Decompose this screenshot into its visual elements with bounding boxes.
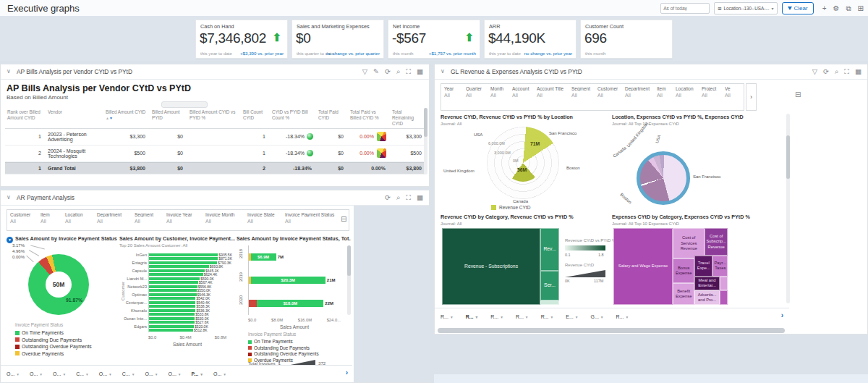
legend-item[interactable]: Outstanding Due Payments <box>248 345 319 352</box>
filter-dropdown[interactable]: Item All <box>657 86 676 108</box>
filter-dropdown[interactable]: Department All <box>625 86 657 108</box>
column-header[interactable]: Bill Count CYtD <box>241 108 270 128</box>
scrollbar-thumb[interactable] <box>347 245 351 276</box>
filter-dropdown[interactable]: Item All <box>41 212 65 228</box>
settings-icon[interactable]: ⚙ <box>833 3 840 14</box>
column-header[interactable]: Total Remaining CYtD <box>390 108 426 128</box>
gl-horizontal-scrollbar[interactable] <box>438 328 785 333</box>
refresh-icon[interactable]: ⟳ <box>385 67 391 76</box>
treemap-cell[interactable]: Advertis... and Pro... <box>694 290 720 305</box>
filter-dropdown[interactable]: Customer All <box>10 212 41 228</box>
sheet-tab[interactable]: R... ▾ <box>516 314 528 319</box>
chart-scrollbar[interactable] <box>347 245 351 315</box>
grand-total-row[interactable]: 1 Grand Total $3,800 $0 2 -18.34% $0 0.0… <box>5 162 426 174</box>
legend-item[interactable]: Overdue Payments <box>15 350 92 358</box>
segment-ontime[interactable]: $18.0M <box>257 300 323 307</box>
filter-panel-icon[interactable]: ⊟ <box>341 215 346 223</box>
treemap-cell[interactable]: Meal and Entertai... <box>694 277 720 290</box>
menu-icon[interactable]: ▦ <box>417 67 423 76</box>
filter-icon[interactable]: ▽ <box>362 67 367 76</box>
treemap-cell[interactable]: Travel Expe... <box>694 256 712 277</box>
treemap-cell[interactable]: Rev... <box>540 228 559 271</box>
location-filter-dropdown[interactable]: ⊞ Location--130--USA-... ▾ <box>714 2 777 14</box>
treemap-cell[interactable]: Payr... Taxes <box>712 256 728 277</box>
bar[interactable] <box>149 281 198 284</box>
segment-outstanding[interactable] <box>249 300 257 307</box>
collapse-chevron-icon[interactable]: ∨ <box>441 68 445 75</box>
treemap-cell[interactable]: Salary and Wage Expense <box>613 228 673 305</box>
filter-dropdown[interactable]: Month All <box>490 86 512 108</box>
filter-dropdown[interactable]: Quarter All <box>466 86 490 108</box>
kpi-tile[interactable]: Customer Count 696 this month <box>580 20 673 59</box>
column-header[interactable]: CYtD vs PYtD Bill Count % <box>270 108 316 128</box>
filter-dropdown[interactable]: Project All <box>702 86 725 108</box>
bar[interactable] <box>149 309 195 312</box>
sheet-tab[interactable]: C... ▾ <box>76 371 88 376</box>
expand-icon[interactable]: ⛶ <box>406 193 411 202</box>
column-header[interactable]: Vendor <box>46 108 103 128</box>
treemap-cell[interactable] <box>720 277 728 290</box>
sheet-tab[interactable]: G... ▾ <box>591 314 603 319</box>
legend-item[interactable]: Outstanding Overdue Payments <box>15 343 92 350</box>
legend-item[interactable]: Outstanding Due Payments <box>15 337 92 344</box>
treemap-cell[interactable]: Cost of Services Revenue <box>673 228 705 258</box>
menu-icon[interactable]: ▦ <box>417 193 423 202</box>
search-input[interactable] <box>660 3 710 14</box>
sheet-tab[interactable]: O... ▾ <box>53 371 65 376</box>
sheet-tab[interactable]: R... ▾ <box>466 314 478 319</box>
table-scrollbar[interactable] <box>424 108 427 174</box>
bar[interactable] <box>149 297 195 300</box>
collapse-chevron-icon[interactable]: ∨ <box>7 194 11 201</box>
share-icon[interactable]: ⧉ <box>846 3 851 14</box>
sheet-tab[interactable]: C... ▾ <box>122 371 135 376</box>
scrollbar-thumb[interactable] <box>424 108 427 137</box>
bar[interactable] <box>149 265 209 268</box>
treemap-cell[interactable] <box>720 290 728 305</box>
filter-dropdown[interactable]: Invoice Year All <box>166 212 205 228</box>
bar[interactable] <box>149 293 197 296</box>
bar[interactable] <box>149 321 195 324</box>
treemap-cell[interactable] <box>540 300 559 305</box>
sheet-tab[interactable]: O... ▾ <box>213 371 226 376</box>
refresh-icon[interactable]: ⟳ <box>385 193 391 202</box>
search-icon[interactable]: ⌕ <box>835 67 838 76</box>
table-row[interactable]: 1 20023 - Peterson Advertising $3,300 $0… <box>5 129 426 146</box>
bar[interactable] <box>149 285 197 288</box>
sheet-tab[interactable]: R... ▾ <box>490 314 503 319</box>
kpi-tile[interactable]: Net Income -$567 ⬆ this month +$1,757 vs… <box>388 20 480 59</box>
bar[interactable] <box>149 313 195 316</box>
treemap-cell[interactable]: Bonus Expense <box>673 258 694 283</box>
bar[interactable] <box>149 261 217 264</box>
kpi-tile[interactable]: ARR $44,190K this year to date no change… <box>484 20 576 59</box>
search-icon[interactable]: ⌕ <box>396 193 400 202</box>
filter-dropdown[interactable]: Location All <box>676 86 702 108</box>
search-icon[interactable]: ⌕ <box>396 67 400 76</box>
more-filters-arrow[interactable]: › <box>746 83 757 111</box>
filter-dropdown[interactable]: Year All <box>444 86 466 108</box>
filter-dropdown[interactable]: Invoice Month All <box>205 212 247 228</box>
scrollbar-thumb[interactable] <box>786 135 790 179</box>
column-header[interactable]: Billed Amount CYtD vs PYtD % <box>187 108 241 128</box>
column-header[interactable]: Rank over Billed Amount CYtD <box>5 108 46 128</box>
bar[interactable] <box>149 269 205 272</box>
table-row[interactable]: 2 20024 - Mosquitt Technologies $500 $0 … <box>5 146 426 162</box>
filter-dropdown[interactable]: Ve All <box>725 86 733 108</box>
radar-wedge-small[interactable] <box>504 144 542 182</box>
filter-icon[interactable]: ▽ <box>812 67 817 76</box>
segment-ontime[interactable]: $20.3M <box>251 277 326 284</box>
column-resize-pill[interactable] <box>161 101 208 108</box>
expand-icon[interactable]: ⛶ <box>844 67 849 76</box>
segment-ontime[interactable]: $6.9M <box>251 253 276 261</box>
bar[interactable] <box>149 277 200 280</box>
filter-dropdown[interactable]: Segment All <box>135 212 166 228</box>
apps-grid-icon[interactable]: ⊞ <box>858 3 864 14</box>
bar[interactable] <box>149 329 193 332</box>
sheet-tab[interactable]: O... ▾ <box>99 371 111 376</box>
clear-filters-button[interactable]: Clear <box>782 2 814 14</box>
bar[interactable] <box>149 317 195 320</box>
collapse-chevron-icon[interactable]: ∨ <box>7 68 11 75</box>
filter-dropdown[interactable]: Invoice Payment Status All <box>285 212 347 228</box>
menu-icon[interactable]: ▦ <box>855 67 861 76</box>
edit-icon[interactable]: ✎ <box>373 67 379 76</box>
filter-dropdown[interactable]: Account All <box>512 86 537 108</box>
